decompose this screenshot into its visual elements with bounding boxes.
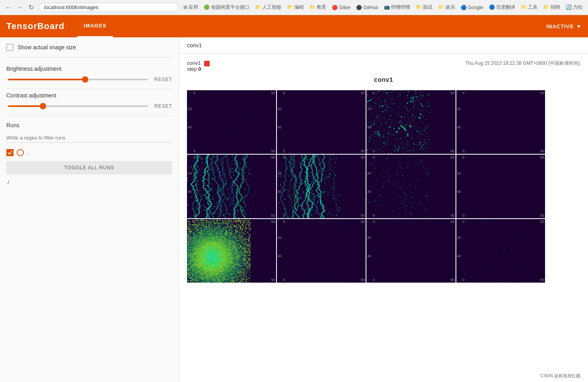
grid-canvas: [456, 219, 520, 283]
axis-40-label: 40: [188, 125, 192, 129]
contrast-slider-thumb[interactable]: [40, 103, 46, 109]
axis-40-label: 40: [367, 125, 371, 129]
bookmark-5[interactable]: 📁 面试: [414, 3, 434, 12]
run-item: .: [6, 149, 172, 156]
contrast-reset-button[interactable]: RESET: [154, 103, 172, 109]
axis-bottom-right-label: 50: [450, 213, 454, 217]
bookmark-7[interactable]: 📁 工具: [519, 3, 539, 12]
bookmark-4[interactable]: 📁 教育: [308, 3, 328, 12]
axis-bottom-label: 0: [193, 149, 195, 153]
bookmark-3[interactable]: 📁 编程: [285, 3, 305, 12]
bookmark-apps[interactable]: ⊞ 应用: [182, 3, 200, 12]
axis-bottom-right-label: 50: [450, 278, 454, 282]
axis-top-label: 0: [193, 220, 195, 224]
axis-top-label: 0: [283, 155, 285, 159]
axis-20-label: 20: [457, 236, 461, 240]
axis-bottom-label: 0: [373, 213, 375, 217]
run-checkbox[interactable]: [6, 149, 14, 156]
brightness-slider-track[interactable]: [8, 79, 148, 80]
show-actual-size-checkbox[interactable]: [6, 44, 14, 51]
timestamp-label: Thu Aug 25 2022 18:22:38 GMT+0800 (中国标准时…: [465, 60, 580, 67]
contrast-label: Contrast adjustment: [6, 92, 172, 99]
brightness-reset-button[interactable]: RESET: [154, 77, 172, 82]
axis-right-label: 50: [450, 91, 454, 95]
forward-button[interactable]: →: [15, 3, 25, 12]
back-button[interactable]: ←: [4, 3, 14, 12]
axis-20-label: 20: [188, 107, 192, 111]
axis-right-label: 50: [361, 220, 365, 224]
toggle-all-runs-button[interactable]: TOGGLE ALL RUNS: [6, 161, 172, 175]
axis-20-label: 20: [278, 171, 282, 175]
axis-bottom-label: 0: [283, 149, 285, 153]
axis-40-label: 40: [457, 125, 461, 129]
axis-right-label: 50: [540, 220, 544, 224]
axis-40-label: 40: [188, 254, 192, 258]
axis-top-label: 0: [283, 220, 285, 224]
axis-right-label: 50: [450, 220, 454, 224]
axis-bottom-right-label: 50: [361, 278, 365, 282]
axis-20-label: 20: [367, 171, 371, 175]
axis-bottom-label: 0: [283, 278, 285, 282]
image-section-header: conv1 step 0 Thu Aug 25 2022 18:22:38 GM…: [187, 60, 580, 72]
axis-top-label: 0: [193, 155, 195, 159]
axis-20-label: 20: [188, 171, 192, 175]
brightness-section: Brightness adjustment RESET: [6, 66, 172, 89]
bookmarks-bar: ⊞ 应用 🟢 校园闲置平台接口 📁 人工智能 📁 编程 📁 教育 🔴 Gitee…: [182, 3, 584, 12]
browser-bar: ← → ↻ localhost:6006/#images ⊞ 应用 🟢 校园闲置…: [0, 0, 588, 15]
axis-20-label: 20: [188, 236, 192, 240]
axis-bottom-right-label: 50: [271, 213, 275, 217]
run-color-indicator: [204, 61, 210, 66]
grid-canvas: [366, 155, 430, 218]
axis-right-label: 50: [361, 155, 365, 159]
axis-top-label: 0: [193, 91, 195, 95]
bookmark-8[interactable]: 📁 招聘: [541, 3, 561, 12]
grid-canvas: [456, 90, 520, 154]
axis-bottom-right-label: 50: [271, 149, 275, 153]
bookmark-bilibili[interactable]: 📺 哔哩哔哩: [382, 3, 412, 12]
grid-image: 0502040050: [187, 90, 276, 154]
runs-title: Runs: [6, 122, 172, 128]
bookmark-2[interactable]: 📁 人工智能: [253, 3, 283, 12]
bookmark-1[interactable]: 🟢 校园闲置平台接口: [202, 3, 251, 12]
grid-canvas: [277, 90, 341, 154]
axis-bottom-label: 0: [283, 213, 285, 217]
run-name-label: conv1: [187, 60, 201, 66]
contrast-slider-fill: [8, 105, 43, 107]
axis-40-label: 40: [188, 190, 192, 194]
grid-canvas: [456, 155, 520, 218]
bookmark-baidu[interactable]: 🔵 百度翻译: [487, 3, 517, 12]
bookmark-github[interactable]: ⚫ GitHub: [354, 4, 380, 11]
bookmark-google[interactable]: 🔵 Google: [459, 4, 485, 11]
axis-40-label: 40: [367, 190, 371, 194]
bookmark-9[interactable]: 🔄 力扣: [564, 3, 584, 12]
refresh-button[interactable]: ↻: [26, 3, 36, 12]
axis-bottom-label: 0: [193, 213, 195, 217]
axis-right-label: 50: [450, 155, 454, 159]
bookmark-gitee[interactable]: 🔴 Gitee: [330, 4, 352, 11]
tab-images[interactable]: IMAGES: [77, 15, 113, 37]
address-bar[interactable]: localhost:6006/#images: [39, 3, 179, 12]
run-dot-label: .: [27, 149, 29, 156]
axis-bottom-label: 0: [373, 149, 375, 153]
bookmark-6[interactable]: 📁 娱乐: [436, 3, 456, 12]
status-indicator[interactable]: INACTIVE ▼: [546, 23, 582, 29]
contrast-slider-track[interactable]: [8, 105, 148, 107]
axis-bottom-label: 0: [193, 278, 195, 282]
grid-image: 0502040050: [187, 219, 276, 283]
axis-bottom-right-label: 50: [540, 278, 544, 282]
axis-bottom-right-label: 50: [450, 149, 454, 153]
contrast-slider-row: RESET: [6, 103, 172, 109]
tensorboard-logo: TensorBoard: [6, 21, 64, 31]
contrast-section: Contrast adjustment RESET: [6, 92, 172, 116]
runs-filter-input[interactable]: [6, 133, 172, 143]
step-text: step: [187, 66, 197, 72]
run-radio[interactable]: [17, 149, 24, 156]
brightness-slider-thumb[interactable]: [82, 76, 88, 83]
brightness-label: Brightness adjustment: [6, 66, 172, 72]
axis-bottom-label: 0: [463, 213, 465, 217]
grid-canvas: [187, 155, 251, 218]
show-actual-size-section: Show actual image size: [6, 44, 172, 58]
section-title-row: conv1 step 0: [187, 60, 210, 72]
grid-image: 0502040050: [366, 90, 456, 154]
axis-bottom-right-label: 50: [271, 278, 275, 282]
